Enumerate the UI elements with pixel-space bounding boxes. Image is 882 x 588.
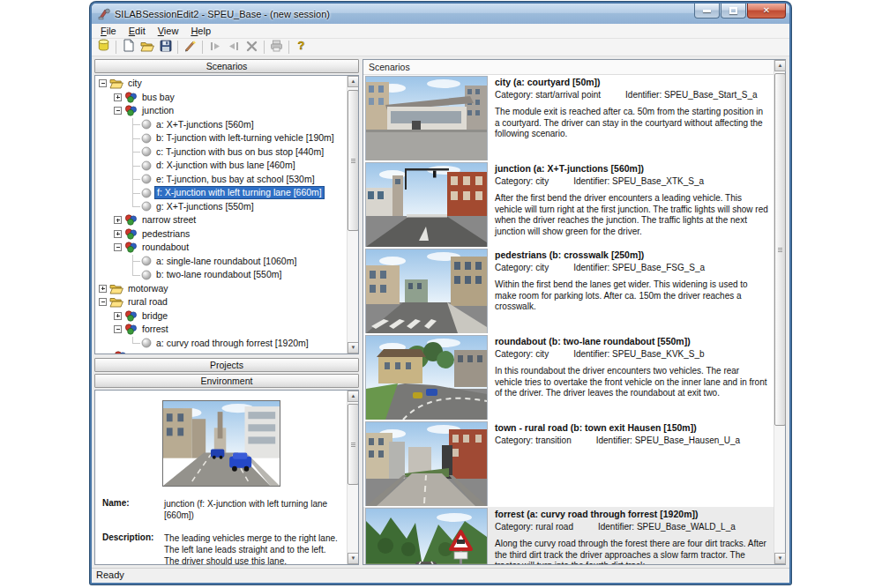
tree-row[interactable]: bus bay: [95, 91, 347, 105]
projects-accordion-button[interactable]: Projects: [94, 358, 359, 372]
menu-file[interactable]: File: [94, 25, 123, 38]
scenario-entry[interactable]: junction (a: X+T-junctions [560m])Catego…: [363, 161, 774, 247]
scenario-meta: Category: rural roadIdentifier: SPEU_Bas…: [495, 521, 768, 532]
scenario-tree-panel: citybus bayjunctiona: X+T-junctions [560…: [94, 75, 359, 354]
tree-row[interactable]: junction: [95, 104, 347, 118]
collapse-icon[interactable]: [114, 325, 122, 333]
scenario-thumbnail: [365, 421, 488, 506]
category-value: city: [535, 263, 549, 272]
leaf-icon: [141, 270, 152, 280]
attach-icon: [209, 40, 221, 56]
collapse-icon[interactable]: [114, 243, 122, 251]
identifier-value: SPEU_Base_Start_S_a: [664, 90, 758, 100]
expand-icon[interactable]: [114, 93, 122, 101]
scenario-title: pedestrians (b: crosswalk [250m]): [495, 249, 768, 261]
scenario-entry[interactable]: forrest (a: curvy road through forrest […: [363, 507, 774, 564]
leaf-icon: [141, 146, 152, 157]
tree-row[interactable]: e: T-junction, bus bay at school [530m]: [95, 173, 347, 187]
tree-item-label: b: two-lane roundabout [550m]: [154, 269, 283, 280]
tree-item-label: junction: [140, 105, 176, 116]
scroll-up-arrow[interactable]: ▲: [348, 391, 359, 402]
scroll-thumb[interactable]: [774, 73, 786, 426]
save-button[interactable]: [156, 40, 175, 56]
scroll-up-arrow[interactable]: ▲: [774, 60, 786, 71]
scenario-description: After the first bend the driver encounte…: [495, 193, 768, 237]
tree-row[interactable]: b: T-junction with left-turning vehicle …: [95, 131, 347, 145]
expand-icon[interactable]: [114, 312, 122, 320]
toolbar-separator: [116, 41, 116, 54]
tree-row[interactable]: rural road: [95, 295, 347, 309]
new-document-button[interactable]: [119, 40, 138, 56]
tree-row[interactable]: a: X+T-junctions [560m]: [95, 118, 347, 132]
leaf-icon: [141, 338, 152, 348]
tree-row[interactable]: pedestrians: [95, 227, 347, 242]
collapse-icon[interactable]: [99, 298, 107, 306]
tree-item-label: roundabout: [140, 242, 191, 253]
tree-row[interactable]: narrow street: [95, 213, 347, 227]
delete-button[interactable]: [243, 40, 261, 56]
minimize-button[interactable]: [694, 4, 720, 19]
tree-row[interactable]: roundabout: [95, 241, 347, 255]
tree-row[interactable]: motorway: [95, 282, 347, 296]
tree-row[interactable]: city: [95, 77, 347, 91]
collapse-icon[interactable]: [114, 107, 122, 115]
list-scrollbar[interactable]: ▲▼: [774, 60, 785, 564]
identifier-label: Identifier:: [573, 176, 612, 186]
scenario-entry-text: town - rural road (b: town exit Hausen […: [495, 421, 774, 446]
scroll-down-arrow[interactable]: ▼: [348, 553, 359, 564]
tree-row[interactable]: f: X-junction with left turning lane [66…: [95, 186, 347, 200]
scroll-down-arrow[interactable]: ▼: [774, 553, 786, 564]
tree-row[interactable]: [95, 350, 347, 354]
environment-accordion-button[interactable]: Environment: [94, 374, 359, 388]
collapse-icon[interactable]: [99, 79, 107, 87]
folder-icon: [109, 78, 123, 89]
tree-row[interactable]: d: X-junction with bus lane [460m]: [95, 159, 347, 173]
scenarios-accordion-button[interactable]: Scenarios: [94, 59, 359, 73]
tree-row[interactable]: forrest: [95, 323, 347, 337]
scroll-up-arrow[interactable]: ▲: [348, 76, 359, 87]
menu-help[interactable]: Help: [184, 25, 217, 38]
maximize-button[interactable]: [721, 4, 746, 19]
print-button[interactable]: [267, 40, 286, 56]
scenario-entry[interactable]: town - rural road (b: town exit Hausen […: [363, 421, 774, 506]
tree-row[interactable]: b: two-lane roundabout [550m]: [95, 268, 347, 282]
tree-item-label: a: single-lane roundabout [1060m]: [154, 256, 298, 267]
detach-button[interactable]: [224, 40, 243, 56]
menu-edit[interactable]: Edit: [123, 25, 152, 38]
scenario-entry[interactable]: pedestrians (b: crosswalk [250m])Categor…: [363, 248, 774, 333]
attach-button[interactable]: [206, 40, 224, 56]
help-button[interactable]: ?: [292, 40, 310, 56]
menu-accelerator: H: [191, 26, 198, 36]
scenario-entry-text: roundabout (b: two-lane roundabout [550m…: [495, 335, 774, 399]
tree-row[interactable]: c: T-junction with bus on bus stop [440m…: [95, 145, 347, 160]
scroll-thumb[interactable]: [348, 404, 359, 485]
tree-connector: [129, 145, 141, 160]
tree-scrollbar[interactable]: ▲▼: [347, 76, 358, 354]
close-button[interactable]: ✕: [747, 4, 786, 19]
detail-scrollbar[interactable]: ▲▼: [347, 391, 358, 564]
tree-row[interactable]: a: curvy road through forrest [1920m]: [95, 337, 347, 351]
tree-row[interactable]: bridge: [95, 309, 347, 324]
tree-row[interactable]: g: X+T-junctions [550m]: [95, 200, 347, 214]
tree-row[interactable]: a: single-lane roundabout [1060m]: [95, 255, 347, 269]
scenario-entry[interactable]: roundabout (b: two-lane roundabout [550m…: [363, 334, 774, 420]
scenario-entry[interactable]: city (a: courtyard [50m])Category: start…: [363, 75, 774, 160]
scroll-down-arrow[interactable]: ▼: [348, 342, 359, 354]
edit-pencil-button[interactable]: [181, 40, 199, 56]
detach-icon: [228, 40, 240, 56]
expand-icon[interactable]: [99, 285, 107, 293]
titlebar[interactable]: SILABSessionEdit2 - SPEU_Base - (new ses…: [92, 4, 789, 24]
menu-view[interactable]: View: [152, 25, 185, 38]
category-value: transition: [535, 435, 572, 445]
expand-icon[interactable]: [114, 230, 122, 238]
app-icon: [97, 7, 111, 21]
scenario-entry-text: junction (a: X+T-junctions [560m])Catego…: [495, 162, 774, 237]
description-label: Description:: [95, 532, 164, 564]
database-session-button[interactable]: [94, 40, 113, 56]
scroll-thumb[interactable]: [348, 90, 359, 231]
scenario-meta: Category: start/arrival pointIdentifier:…: [495, 89, 768, 100]
folder-icon: [109, 283, 123, 294]
expand-icon[interactable]: [114, 216, 122, 224]
open-folder-button[interactable]: [138, 40, 156, 56]
caption-buttons: ✕: [693, 4, 786, 24]
